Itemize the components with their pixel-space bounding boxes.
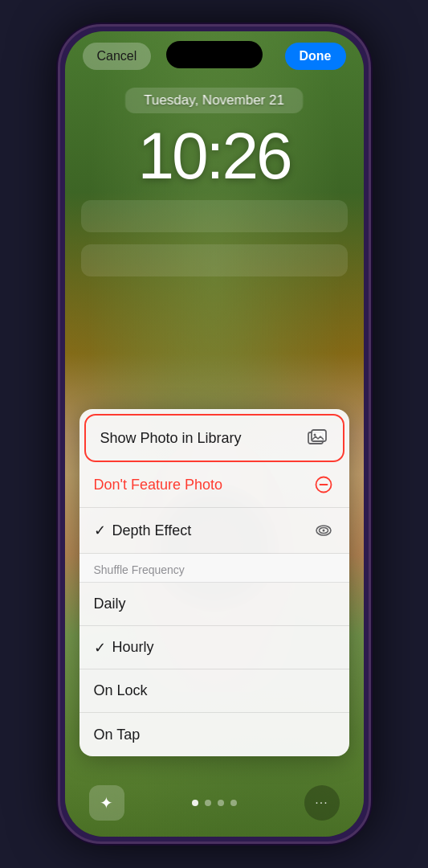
shuffle-frequency-header: Shuffle Frequency: [79, 554, 349, 583]
lock-date-text: Tuesday, November 21: [144, 92, 284, 108]
on-lock-label: On Lock: [94, 682, 148, 699]
page-indicator: [192, 800, 237, 806]
show-photo-item[interactable]: Show Photo in Library: [86, 416, 343, 461]
dont-feature-left: Don't Feature Photo: [94, 477, 223, 493]
depth-checkmark: ✓: [94, 522, 106, 539]
ellipsis-icon: ···: [315, 796, 328, 810]
depth-effect-label: Depth Effect: [112, 522, 192, 539]
top-buttons-container: Cancel Done: [65, 43, 364, 70]
dont-feature-label: Don't Feature Photo: [94, 477, 223, 493]
on-tap-label: On Tap: [94, 727, 141, 743]
phone-screen: Cancel Done Tuesday, November 21 10:26 S…: [65, 31, 364, 837]
depth-effect-item[interactable]: ✓ Depth Effect: [79, 508, 349, 554]
done-button[interactable]: Done: [285, 43, 346, 70]
hourly-left: ✓ Hourly: [94, 639, 154, 657]
on-tap-left: On Tap: [94, 727, 141, 743]
svg-point-2: [313, 434, 316, 436]
svg-rect-1: [312, 430, 326, 441]
dot-1: [192, 800, 198, 806]
dot-3: [218, 800, 224, 806]
depth-effect-left: ✓ Depth Effect: [94, 522, 192, 539]
svg-point-7: [322, 530, 324, 532]
widget-row-bottom: [81, 244, 348, 276]
dot-4: [230, 800, 237, 806]
ellipsis-button[interactable]: ···: [304, 785, 340, 821]
lock-time-text: 10:26: [137, 119, 290, 192]
daily-label: Daily: [94, 596, 126, 612]
show-photo-left: Show Photo in Library: [100, 430, 242, 447]
hourly-label: Hourly: [112, 639, 154, 656]
on-lock-left: On Lock: [94, 682, 148, 699]
cancel-button[interactable]: Cancel: [83, 43, 152, 70]
daily-left: Daily: [94, 596, 126, 612]
on-tap-item[interactable]: On Tap: [79, 713, 349, 756]
widget-row-top: [81, 200, 348, 232]
on-lock-item[interactable]: On Lock: [79, 669, 349, 713]
dot-2: [205, 800, 211, 806]
photo-library-icon: [306, 427, 328, 449]
shuffle-frequency-label: Shuffle Frequency: [94, 563, 185, 576]
hourly-checkmark: ✓: [94, 639, 106, 657]
dont-feature-icon: [312, 473, 335, 496]
show-photo-label: Show Photo in Library: [100, 430, 242, 447]
sparkle-button[interactable]: ✦: [89, 785, 124, 821]
lock-date-container: Tuesday, November 21: [124, 88, 304, 113]
sparkle-icon: ✦: [100, 793, 113, 813]
dont-feature-item[interactable]: Don't Feature Photo: [79, 462, 349, 508]
phone-frame: Cancel Done Tuesday, November 21 10:26 S…: [58, 24, 371, 844]
highlight-border: Show Photo in Library: [84, 414, 344, 462]
context-menu: Show Photo in Library Don't Fea: [79, 409, 349, 756]
daily-item[interactable]: Daily: [79, 583, 349, 626]
bottom-dock: ✦ ···: [65, 785, 364, 821]
depth-effect-icon: [312, 519, 335, 542]
lock-time-container: 10:26: [137, 118, 290, 194]
hourly-item[interactable]: ✓ Hourly: [79, 626, 349, 669]
